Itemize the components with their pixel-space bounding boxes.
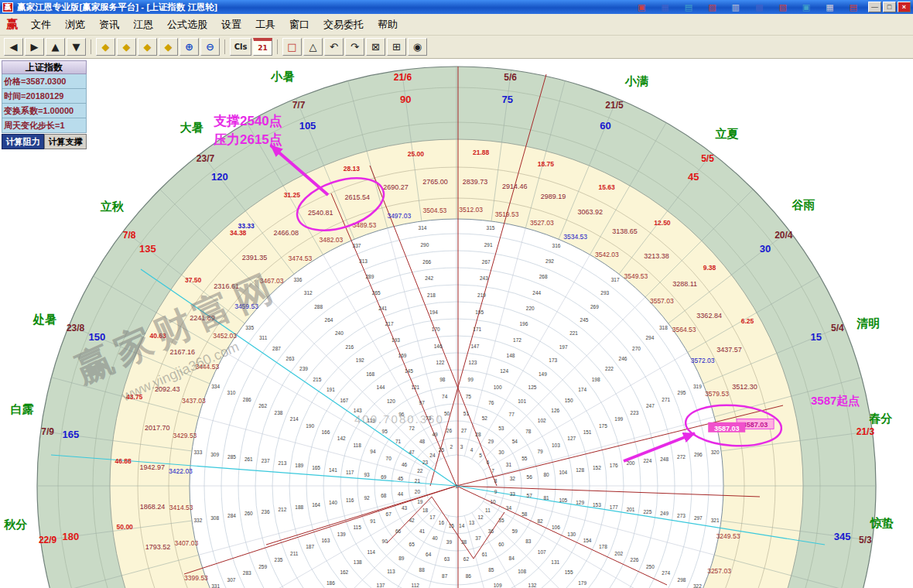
svg-text:268: 268 bbox=[539, 274, 548, 279]
svg-text:3452.03: 3452.03 bbox=[213, 332, 237, 340]
svg-text:141: 141 bbox=[329, 467, 337, 473]
svg-text:6: 6 bbox=[487, 460, 490, 465]
svg-text:24: 24 bbox=[429, 453, 436, 458]
svg-text:309: 309 bbox=[210, 452, 219, 457]
svg-text:163: 163 bbox=[322, 538, 330, 543]
svg-text:3437.57: 3437.57 bbox=[716, 346, 742, 354]
svg-text:44: 44 bbox=[398, 491, 404, 497]
svg-text:3572.03: 3572.03 bbox=[691, 357, 715, 364]
svg-text:320: 320 bbox=[711, 450, 720, 455]
svg-text:2017.70: 2017.70 bbox=[145, 424, 170, 432]
toolbar-forward-button[interactable]: ▶ bbox=[25, 38, 44, 56]
menu-item-news[interactable]: 资讯 bbox=[92, 15, 126, 34]
svg-text:35: 35 bbox=[498, 518, 504, 523]
svg-text:15: 15 bbox=[449, 523, 455, 528]
svg-text:21/3: 21/3 bbox=[857, 426, 875, 437]
svg-text:70: 70 bbox=[386, 456, 392, 461]
svg-text:142: 142 bbox=[337, 436, 346, 441]
toolbar-delete-shape-button[interactable]: ⊠ bbox=[366, 38, 385, 56]
svg-text:145: 145 bbox=[405, 368, 413, 374]
svg-text:28.13: 28.13 bbox=[344, 165, 361, 173]
toolbar-diamond-4-button[interactable]: ◆ bbox=[159, 38, 178, 56]
coefficient-field: 变换系数=1.00000 bbox=[2, 104, 87, 118]
svg-text:99: 99 bbox=[468, 377, 474, 382]
titlebar-icon-8[interactable]: ▦ bbox=[826, 3, 833, 12]
menu-item-formula-stock-pick[interactable]: 公式选股 bbox=[160, 15, 214, 34]
close-button[interactable]: × bbox=[898, 2, 911, 12]
svg-text:196: 196 bbox=[519, 321, 528, 326]
svg-text:27: 27 bbox=[461, 428, 467, 433]
toolbar-rotate-right-button[interactable]: ↷ bbox=[345, 38, 364, 56]
svg-text:124: 124 bbox=[500, 368, 508, 374]
menu-item-window[interactable]: 窗口 bbox=[282, 15, 316, 34]
menu-item-trade[interactable]: 交易委托 bbox=[316, 15, 371, 34]
svg-text:108: 108 bbox=[518, 569, 526, 574]
menu-item-gann[interactable]: 江恩 bbox=[126, 15, 160, 34]
titlebar-icon-0[interactable]: ▣ bbox=[638, 3, 645, 12]
svg-text:40: 40 bbox=[432, 535, 438, 541]
step-field: 周天变化步长=1 bbox=[2, 118, 87, 133]
svg-text:9.38: 9.38 bbox=[703, 264, 716, 272]
svg-text:334: 334 bbox=[211, 384, 220, 389]
titlebar-icon-1[interactable]: ▦ bbox=[661, 3, 669, 12]
svg-text:21.88: 21.88 bbox=[473, 149, 490, 156]
toolbar-clear-button[interactable]: Cls bbox=[230, 38, 251, 56]
svg-text:7: 7 bbox=[491, 468, 494, 473]
titlebar-icon-3[interactable]: ▨ bbox=[708, 3, 716, 12]
svg-text:10: 10 bbox=[491, 499, 497, 504]
svg-text:23: 23 bbox=[422, 460, 429, 465]
svg-text:3527.03: 3527.03 bbox=[530, 219, 554, 227]
svg-text:120: 120 bbox=[211, 171, 228, 183]
toolbar-marker-up-button[interactable]: ▲ bbox=[46, 38, 65, 56]
svg-text:169: 169 bbox=[398, 353, 407, 358]
svg-text:289: 289 bbox=[365, 274, 374, 279]
minimize-button[interactable]: — bbox=[868, 2, 881, 12]
menu-item-file[interactable]: 文件 bbox=[24, 15, 58, 34]
titlebar-icon-2[interactable]: ▤ bbox=[685, 3, 692, 12]
svg-text:177: 177 bbox=[610, 504, 618, 510]
maximize-button[interactable]: □ bbox=[883, 2, 896, 12]
svg-text:223: 223 bbox=[631, 410, 639, 415]
svg-text:26: 26 bbox=[446, 428, 453, 433]
svg-text:313: 313 bbox=[359, 258, 368, 264]
toolbar-target-tool-button[interactable]: ◉ bbox=[408, 38, 427, 56]
toolbar-rect-tool-button[interactable]: □ bbox=[282, 38, 302, 56]
svg-text:2316.61: 2316.61 bbox=[214, 282, 239, 290]
svg-text:192: 192 bbox=[356, 357, 364, 363]
menu-item-tools[interactable]: 工具 bbox=[248, 15, 282, 34]
svg-text:2: 2 bbox=[450, 444, 453, 450]
svg-text:3579.53: 3579.53 bbox=[705, 390, 729, 398]
toolbar-zoom-out-button[interactable]: ⊖ bbox=[200, 38, 220, 56]
toolbar-zoom-in-button[interactable]: ⊕ bbox=[180, 38, 199, 56]
toolbar-back-button[interactable]: ◀ bbox=[4, 38, 23, 56]
toolbar-triangle-tool-button[interactable]: △ bbox=[303, 38, 323, 56]
calc-support-button[interactable]: 计算支撑 bbox=[44, 134, 87, 149]
toolbar-diamond-2-button[interactable]: ◆ bbox=[117, 38, 136, 56]
titlebar-icon-7[interactable]: ▣ bbox=[802, 3, 810, 12]
menu-item-help[interactable]: 帮助 bbox=[371, 15, 405, 34]
svg-text:236: 236 bbox=[262, 509, 270, 514]
svg-text:172: 172 bbox=[513, 337, 521, 343]
svg-text:187: 187 bbox=[306, 544, 314, 549]
calc-resistance-button[interactable]: 计算阻力 bbox=[2, 134, 44, 149]
titlebar-icon-9[interactable]: ▤ bbox=[850, 3, 857, 12]
menu-logo-icon: 赢 bbox=[6, 17, 18, 32]
titlebar-icon-5[interactable]: ▩ bbox=[755, 3, 763, 12]
titlebar-icon-6[interactable]: ▧ bbox=[778, 3, 786, 12]
svg-text:217: 217 bbox=[385, 321, 394, 326]
titlebar-icon-4[interactable]: ▥ bbox=[732, 3, 740, 12]
toolbar-diamond-3-button[interactable]: ◆ bbox=[138, 38, 157, 56]
svg-text:247: 247 bbox=[646, 403, 655, 409]
svg-text:34: 34 bbox=[506, 505, 512, 511]
svg-text:惊蛰: 惊蛰 bbox=[870, 516, 894, 529]
toolbar-calendar-button[interactable]: 21 bbox=[253, 38, 272, 56]
toolbar-grid-tool-button[interactable]: ⊞ bbox=[387, 38, 406, 56]
svg-text:86: 86 bbox=[466, 573, 472, 579]
toolbar-rotate-left-button[interactable]: ↶ bbox=[324, 38, 344, 56]
menu-item-settings[interactable]: 设置 bbox=[214, 15, 248, 34]
svg-text:120: 120 bbox=[387, 398, 395, 404]
svg-text:321: 321 bbox=[711, 518, 720, 523]
toolbar-diamond-1-button[interactable]: ◆ bbox=[96, 38, 115, 56]
menu-item-browse[interactable]: 浏览 bbox=[58, 15, 92, 34]
toolbar-marker-down-button[interactable]: ▼ bbox=[67, 38, 86, 56]
